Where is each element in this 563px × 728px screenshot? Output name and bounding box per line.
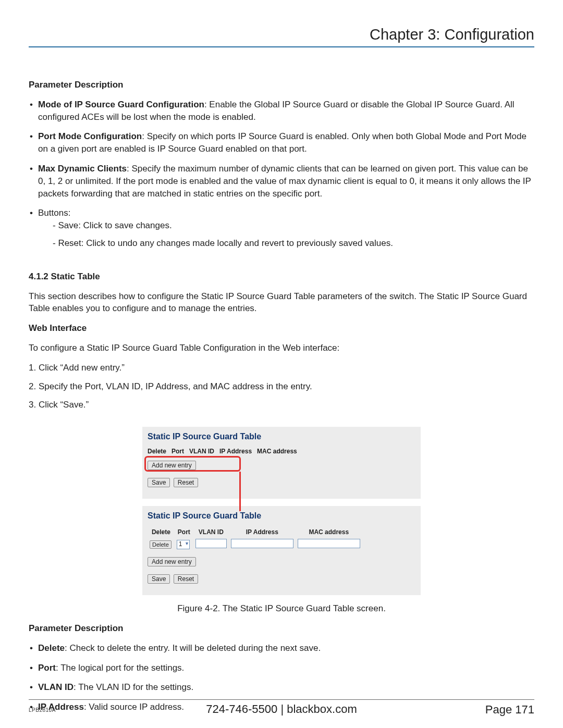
figure-4-2: Static IP Source Guard Table Delete Port…	[142, 427, 421, 615]
col-vlanid: VLAN ID	[193, 527, 229, 537]
vlanid-input[interactable]	[195, 539, 227, 548]
web-interface-steps: 1. Click “Add new entry.” 2. Specify the…	[29, 362, 534, 411]
list-item: • VLAN ID: The VLAN ID for the settings.	[29, 681, 534, 694]
save-button[interactable]: Save	[148, 574, 170, 584]
panel-title: Static IP Source Guard Table	[148, 511, 415, 521]
term-portmode: Port Mode Configuration	[38, 131, 142, 141]
col-port: Port	[172, 448, 184, 455]
reset-button[interactable]: Reset	[174, 478, 198, 487]
section-static-table-heading: 4.1.2 Static Table	[29, 270, 534, 283]
term-delete-text: : Check to delete the entry. It will be …	[65, 643, 321, 653]
buttons-reset: - Reset: Click to undo any changes made …	[53, 237, 534, 250]
add-new-entry-button[interactable]: Add new entry	[148, 557, 196, 566]
param-desc-list-1: • Mode of IP Source Guard Configuration:…	[29, 98, 534, 250]
term-maxdyn: Max Dynamic Clients	[38, 164, 127, 174]
term-port-text: : The logical port for the settings.	[56, 663, 184, 673]
reset-button[interactable]: Reset	[174, 574, 198, 584]
footer-site: blackbox.com	[287, 702, 357, 715]
term-vlan: VLAN ID	[38, 682, 74, 692]
col-delete: Delete	[148, 527, 175, 537]
col-ipaddress: IP Address	[229, 527, 296, 537]
step-1: 1. Click “Add new entry.”	[29, 362, 534, 374]
list-item: • Buttons: - Save: Click to save changes…	[29, 207, 534, 249]
web-interface-heading: Web Interface	[29, 322, 534, 335]
ipaddress-input[interactable]	[231, 539, 293, 548]
add-new-entry-button[interactable]: Add new entry	[148, 461, 196, 470]
term-mode: Mode of IP Source Guard Configuration	[38, 100, 204, 109]
footer-sep: |	[277, 702, 287, 715]
footer-phone: 724-746-5500	[206, 702, 277, 715]
list-item: • Mode of IP Source Guard Configuration:…	[29, 98, 534, 124]
col-macaddress: MAC address	[257, 448, 297, 455]
panel-title: Static IP Source Guard Table	[148, 432, 415, 441]
col-port: Port	[175, 527, 193, 537]
list-item: • Port Mode Configuration: Specify on wh…	[29, 130, 534, 155]
col-macaddress: MAC address	[296, 527, 362, 537]
footer-model: LPB2810A	[29, 707, 56, 713]
buttons-save: - Save: Click to save changes.	[53, 219, 534, 232]
save-button[interactable]: Save	[148, 478, 170, 487]
static-ip-table: Delete Port VLAN ID IP Address MAC addre…	[148, 527, 362, 551]
static-table-intro: This section describes how to configure …	[29, 290, 534, 315]
macaddress-input[interactable]	[298, 539, 360, 548]
screenshot-panel-empty: Static IP Source Guard Table Delete Port…	[142, 427, 421, 499]
param-desc-heading-2: Parameter Description	[29, 622, 534, 635]
col-delete: Delete	[148, 448, 166, 455]
term-vlan-text: : The VLAN ID for the settings.	[74, 682, 193, 692]
step-3: 3. Click “Save.”	[29, 399, 534, 411]
step-2: 2. Specify the Port, VLAN ID, IP Address…	[29, 380, 534, 393]
column-headers: Delete Port VLAN ID IP Address MAC addre…	[148, 448, 415, 455]
buttons-label: Buttons:	[38, 208, 70, 218]
screenshot-panel-entry: Static IP Source Guard Table Delete Port…	[142, 506, 421, 595]
param-desc-heading: Parameter Description	[29, 79, 534, 91]
page-footer: LPB2810A 724-746-5500 | blackbox.com Pag…	[29, 699, 534, 717]
list-item: • Port: The logical port for the setting…	[29, 662, 534, 674]
term-port: Port	[38, 663, 56, 673]
list-item: • Max Dynamic Clients: Specify the maxim…	[29, 163, 534, 200]
highlight-annotation-line-2	[239, 499, 241, 511]
web-interface-intro: To configure a Static IP Source Guard Ta…	[29, 342, 534, 354]
col-vlanid: VLAN ID	[189, 448, 214, 455]
table-row: Delete 1	[148, 537, 362, 551]
term-delete: Delete	[38, 643, 65, 653]
delete-row-button[interactable]: Delete	[150, 540, 172, 549]
footer-page: Page 171	[485, 703, 534, 717]
col-ipaddress: IP Address	[219, 448, 252, 455]
port-select[interactable]: 1	[177, 540, 190, 549]
chapter-title: Chapter 3: Configuration	[29, 26, 534, 47]
figure-caption: Figure 4-2. The Static IP Source Guard T…	[142, 602, 421, 615]
list-item: • Delete: Check to delete the entry. It …	[29, 642, 534, 655]
